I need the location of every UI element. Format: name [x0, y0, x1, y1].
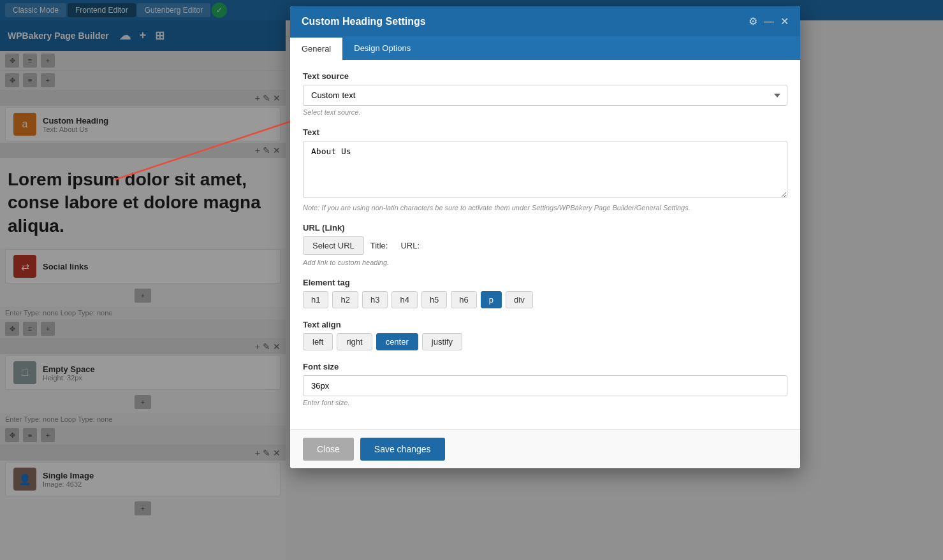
tag-h2[interactable]: h2 [332, 291, 358, 308]
select-url-btn[interactable]: Select URL [303, 236, 364, 255]
text-source-select[interactable]: Custom text Post title Custom field [303, 85, 787, 106]
tab-design-options[interactable]: Design Options [342, 36, 422, 60]
align-center[interactable]: center [376, 333, 418, 350]
modal-footer: Close Save changes [290, 429, 800, 468]
minimize-icon[interactable]: — [764, 15, 774, 27]
url-url-label: URL: [400, 241, 420, 250]
url-label: URL (Link) [303, 223, 787, 233]
tag-h4[interactable]: h4 [391, 291, 417, 308]
align-buttons: left right center justify [303, 333, 787, 350]
element-tag-label: Element tag [303, 278, 787, 287]
text-source-hint: Select text source. [303, 108, 787, 116]
tag-p[interactable]: p [481, 291, 502, 308]
align-right[interactable]: right [337, 333, 372, 350]
modal-body: Text source Custom text Post title Custo… [290, 60, 800, 429]
tag-div[interactable]: div [506, 291, 533, 308]
close-icon[interactable]: ✕ [780, 15, 789, 27]
save-button[interactable]: Save changes [360, 438, 445, 461]
tag-h6[interactable]: h6 [451, 291, 476, 308]
text-source-label: Text source [303, 71, 787, 81]
text-textarea[interactable]: About Us [303, 141, 787, 198]
tag-h1[interactable]: h1 [303, 291, 328, 308]
modal-header-icons: ⚙ — ✕ [749, 15, 789, 27]
text-source-group: Text source Custom text Post title Custo… [303, 71, 787, 116]
align-left[interactable]: left [303, 333, 333, 350]
modal-dialog: Custom Heading Settings ⚙ — ✕ General De… [290, 6, 800, 468]
text-align-label: Text align [303, 320, 787, 329]
text-align-group: Text align left right center justify [303, 320, 787, 350]
close-button[interactable]: Close [303, 438, 354, 461]
modal-title: Custom Heading Settings [302, 16, 426, 27]
font-size-input[interactable] [303, 375, 787, 396]
modal-tabs: General Design Options [290, 36, 800, 60]
url-row: Select URL Title: URL: [303, 236, 787, 255]
settings-icon[interactable]: ⚙ [749, 15, 757, 27]
url-title-label: Title: [370, 241, 388, 250]
font-size-label: Font size [303, 362, 787, 371]
tab-general[interactable]: General [290, 36, 342, 60]
modal-header: Custom Heading Settings ⚙ — ✕ [290, 6, 800, 36]
text-field-group: Text About Us Note: If you are using non… [303, 127, 787, 212]
element-tag-group: Element tag h1 h2 h3 h4 h5 h6 p div [303, 278, 787, 308]
url-hint: Add link to custom heading. [303, 259, 787, 266]
text-label: Text [303, 127, 787, 137]
align-justify[interactable]: justify [422, 333, 462, 350]
element-tag-buttons: h1 h2 h3 h4 h5 h6 p div [303, 291, 787, 308]
text-note: Note: If you are using non-latin charact… [303, 204, 787, 212]
url-group: URL (Link) Select URL Title: URL: Add li… [303, 223, 787, 266]
tag-h3[interactable]: h3 [362, 291, 388, 308]
font-size-hint: Enter font size. [303, 399, 787, 406]
tag-h5[interactable]: h5 [421, 291, 447, 308]
font-size-group: Font size Enter font size. [303, 362, 787, 406]
